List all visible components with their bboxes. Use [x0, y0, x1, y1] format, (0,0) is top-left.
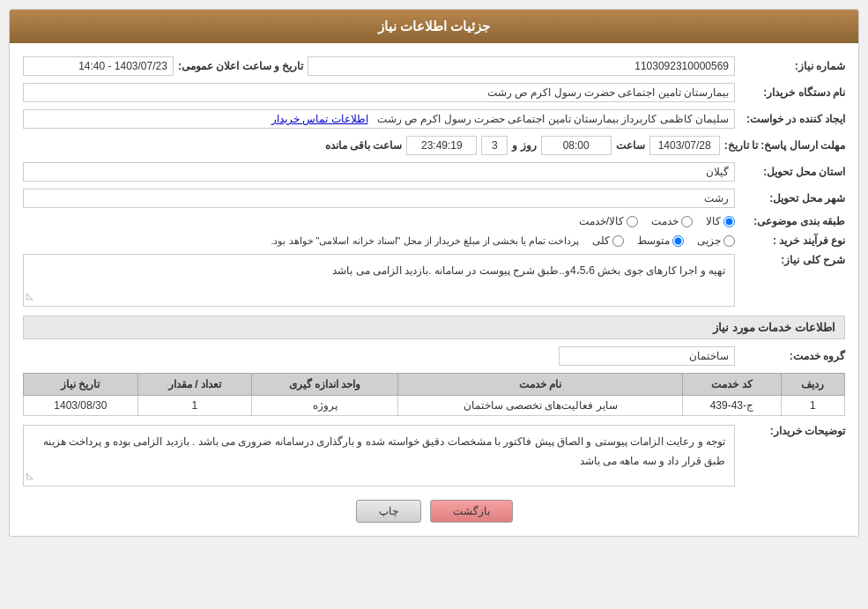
category-radio-group: کالا خدمت کالا/خدمت: [23, 215, 735, 227]
need-number-label: شماره نیاز:: [739, 60, 845, 72]
response-deadline-label: مهلت ارسال پاسخ: تا تاریخ:: [724, 139, 845, 152]
buyer-notes-label: توضیحات خریدار:: [739, 425, 845, 437]
buyer-notes-value: توجه و رعایت الزامات پیوستی و الصاق پیش …: [23, 425, 735, 486]
cell-date: 1403/08/30: [24, 396, 138, 416]
print-button[interactable]: چاپ: [356, 500, 421, 523]
category-option-service[interactable]: خدمت: [651, 215, 693, 227]
province-value: گیلان: [23, 162, 735, 182]
purchase-type-label: نوع فرآیند خرید :: [739, 234, 845, 247]
buyer-org-label: نام دستگاه خریدار:: [739, 86, 845, 99]
response-days-label: روز و: [512, 139, 536, 152]
col-date: تاریخ نیاز: [24, 374, 138, 396]
creator-label: ایجاد کننده در خواست:: [739, 113, 845, 125]
response-countdown: 23:49:19: [406, 136, 477, 155]
col-service-name: نام خدمت: [398, 374, 683, 396]
col-unit: واحد اندازه گیری: [252, 374, 398, 396]
city-value: رشت: [23, 189, 735, 208]
cell-service-code: ج-43-439: [683, 396, 782, 416]
purchase-type-medium[interactable]: متوسط: [637, 234, 684, 247]
category-option-both[interactable]: کالا/خدمت: [579, 215, 638, 227]
category-option-goods[interactable]: کالا: [706, 215, 735, 227]
need-description-label: شرح کلی نیاز:: [739, 254, 845, 266]
service-group-value: ساختمان: [559, 346, 735, 366]
table-row: 1 ج-43-439 سایر فعالیت‌های تخصصی ساختمان…: [24, 396, 845, 416]
response-countdown-label: ساعت باقی مانده: [325, 139, 403, 152]
cell-row-num: 1: [781, 396, 844, 416]
cell-quantity: 1: [137, 396, 252, 416]
cell-unit: پروژه: [252, 396, 398, 416]
services-section-title: اطلاعات خدمات مورد نیاز: [23, 316, 845, 339]
col-service-code: کد خدمت: [683, 374, 782, 396]
response-time: 08:00: [541, 136, 612, 155]
back-button[interactable]: بازگشت: [430, 500, 513, 523]
province-label: استان محل تحویل:: [739, 166, 845, 178]
services-table: ردیف کد خدمت نام خدمت واحد اندازه گیری ت…: [23, 373, 845, 416]
purchase-type-major[interactable]: کلی: [592, 234, 624, 247]
purchase-type-note: پرداخت تمام یا بخشی از مبلغ خریدار از مح…: [271, 235, 579, 247]
buyer-org-value: بیمارستان تامین اجتماعی حضرت رسول اکرم ص…: [23, 83, 735, 102]
col-row-num: ردیف: [781, 374, 844, 396]
col-quantity: تعداد / مقدار: [137, 374, 252, 396]
category-label: طبقه بندی موضوعی:: [739, 215, 845, 227]
creator-value: سلیمان کاظمی کاربرداز بیمارستان تامین اج…: [23, 109, 735, 129]
response-days: 3: [481, 136, 508, 155]
need-description-value: تهیه و اجرا کارهای جوی بخش 4،5،6و..طبق ش…: [23, 254, 735, 307]
response-date: 1403/07/28: [649, 136, 720, 155]
buttons-row: بازگشت چاپ: [23, 500, 845, 523]
contact-link[interactable]: اطلاعات تماس خریدار: [271, 113, 368, 125]
announcement-datetime-value: 1403/07/23 - 14:40: [23, 56, 174, 76]
purchase-type-minor[interactable]: جزیی: [697, 234, 735, 247]
city-label: شهر محل تحویل:: [739, 192, 845, 204]
page-title: جزئیات اطلاعات نیاز: [10, 10, 858, 43]
cell-service-name: سایر فعالیت‌های تخصصی ساختمان: [398, 396, 683, 416]
announcement-datetime-label: تاریخ و ساعت اعلان عمومی:: [178, 60, 303, 72]
response-time-label: ساعت: [616, 139, 645, 152]
service-group-label: گروه خدمت:: [739, 350, 845, 362]
need-number-value: 1103092310000569: [308, 56, 735, 76]
purchase-type-radio-group: جزیی متوسط کلی پرداخت تمام یا بخشی از مب…: [23, 234, 735, 247]
